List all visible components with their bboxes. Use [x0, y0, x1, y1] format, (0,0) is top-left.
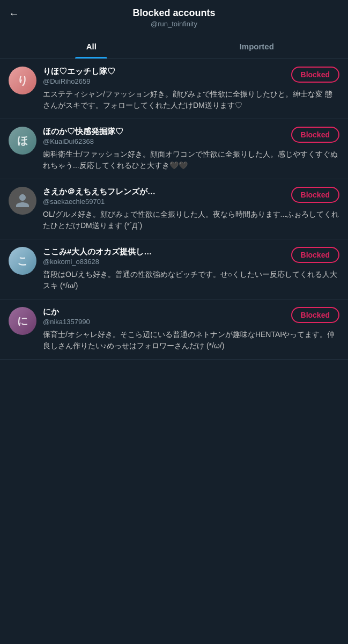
blocked-button[interactable]: Blocked [291, 127, 339, 143]
account-list: り りほ♡エッチし隊♡ @DuiRiho2659 Blocked エステティシャ… [0, 59, 348, 360]
account-item: ほ ほのか♡快感発掘隊♡ @KuaiDui62368 Blocked 歯科衛生士… [0, 119, 348, 179]
avatar: に [9, 307, 36, 335]
account-item: に にか @nika1357990 Blocked 保育士/オシャレ好き。そこら… [0, 299, 348, 360]
account-content: にか @nika1357990 Blocked 保育士/オシャレ好き。そこら辺に… [43, 307, 339, 352]
tab-all[interactable]: All [9, 34, 174, 58]
account-bio: エステティシャン/ファッション好き。顔びみょで性欲に全振りしたひと。紳士な変 態… [43, 89, 339, 111]
account-handle: @saekaechie59701 [43, 197, 287, 206]
account-handle: @kokomi_o83628 [43, 258, 287, 266]
account-header-row: さえか＠えちえちフレンズが… @saekaechie59701 Blocked [43, 187, 339, 206]
account-handle: @nika1357990 [43, 318, 287, 326]
account-bio: OL/グルメ好き。顔びみょで性欲に全振りした人。夜なら時間あります...ふぉろし… [43, 209, 339, 231]
back-button[interactable]: ← [9, 8, 19, 20]
account-name: ほのか♡快感発掘隊♡ [43, 127, 287, 137]
avatar: こ [9, 247, 36, 275]
account-handle: @DuiRiho2659 [43, 77, 287, 85]
account-handle: @KuaiDui62368 [43, 137, 287, 145]
account-name-block: さえか＠えちえちフレンズが… @saekaechie59701 [43, 187, 287, 206]
account-bio: 保育士/オシャレ好き。そこら辺にいる普通のネトナンが趣味なHENTAIやってます… [43, 329, 339, 352]
account-name: ここみ#大人のオカズ提供し… [43, 247, 287, 257]
account-content: りほ♡エッチし隊♡ @DuiRiho2659 Blocked エステティシャン/… [43, 67, 339, 111]
header-username: @run_toinfinity [151, 20, 197, 28]
account-name: さえか＠えちえちフレンズが… [43, 187, 287, 197]
blocked-button[interactable]: Blocked [291, 67, 339, 83]
account-name: りほ♡エッチし隊♡ [43, 67, 287, 77]
avatar: ほ [9, 127, 36, 155]
blocked-button[interactable]: Blocked [291, 187, 339, 203]
page-title: Blocked accounts [132, 8, 215, 19]
account-header-row: にか @nika1357990 Blocked [43, 307, 339, 326]
account-content: さえか＠えちえちフレンズが… @saekaechie59701 Blocked … [43, 187, 339, 231]
account-name-block: ほのか♡快感発掘隊♡ @KuaiDui62368 [43, 127, 287, 145]
account-header-row: りほ♡エッチし隊♡ @DuiRiho2659 Blocked [43, 67, 339, 85]
account-item: こ ここみ#大人のオカズ提供し… @kokomi_o83628 Blocked … [0, 239, 348, 299]
tab-imported[interactable]: Imported [174, 34, 340, 58]
account-name-block: りほ♡エッチし隊♡ @DuiRiho2659 [43, 67, 287, 85]
tabs-container: All Imported [9, 34, 339, 58]
account-content: ここみ#大人のオカズ提供し… @kokomi_o83628 Blocked 普段… [43, 247, 339, 291]
account-name: にか [43, 307, 287, 317]
account-bio: 歯科衛生士/ファッション好き。顔面オワコンで性欲に全振りした人。感じやすくすぐぬ… [43, 149, 339, 171]
account-content: ほのか♡快感発掘隊♡ @KuaiDui62368 Blocked 歯科衛生士/フ… [43, 127, 339, 171]
account-name-block: にか @nika1357990 [43, 307, 287, 326]
avatar [9, 187, 36, 215]
account-header-row: ここみ#大人のオカズ提供し… @kokomi_o83628 Blocked [43, 247, 339, 266]
avatar: り [9, 67, 36, 94]
account-name-block: ここみ#大人のオカズ提供し… @kokomi_o83628 [43, 247, 287, 266]
account-header-row: ほのか♡快感発掘隊♡ @KuaiDui62368 Blocked [43, 127, 339, 145]
blocked-button[interactable]: Blocked [291, 247, 339, 263]
account-item: り りほ♡エッチし隊♡ @DuiRiho2659 Blocked エステティシャ… [0, 59, 348, 119]
account-item: さえか＠えちえちフレンズが… @saekaechie59701 Blocked … [0, 179, 348, 239]
blocked-button[interactable]: Blocked [291, 307, 339, 323]
header: ← Blocked accounts @run_toinfinity All I… [0, 0, 348, 59]
account-bio: 普段はOL/えち好き。普通の性欲強めなビッチです。せ○くしたいー反応してくれる人… [43, 269, 339, 291]
